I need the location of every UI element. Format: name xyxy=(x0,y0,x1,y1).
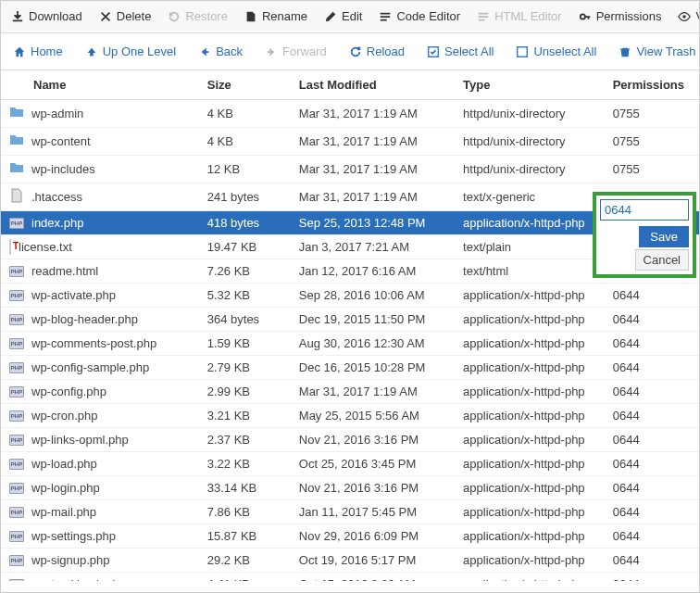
header-name[interactable]: Name xyxy=(0,70,198,100)
file-name: wp-admin xyxy=(31,107,83,120)
download-button[interactable]: Download xyxy=(4,6,90,27)
file-permissions: 0644 xyxy=(604,573,700,582)
file-name: wp-settings.php xyxy=(31,529,116,543)
file-name: wp-activate.php xyxy=(31,288,116,302)
file-type: application/x-httpd-php xyxy=(454,476,604,500)
table-row[interactable]: PHPwp-signup.php29.2 KBOct 19, 2016 5:17… xyxy=(0,549,700,573)
unselect-all-button[interactable]: Unselect All xyxy=(506,41,606,62)
php-icon: PHP xyxy=(9,483,24,494)
php-icon: PHP xyxy=(9,507,24,518)
table-row[interactable]: wp-content4 KBMar 31, 2017 1:19 AMhttpd/… xyxy=(0,128,700,156)
table-row[interactable]: PHPwp-cron.php3.21 KBMay 25, 2015 5:56 A… xyxy=(0,404,700,428)
file-modified: Mar 31, 2017 1:19 AM xyxy=(290,380,454,404)
home-button[interactable]: Home xyxy=(4,41,72,62)
file-size: 2.79 KB xyxy=(198,356,290,380)
reload-icon xyxy=(349,45,362,58)
table-row[interactable]: PHPwp-login.php33.14 KBNov 21, 2016 3:16… xyxy=(0,476,700,500)
file-type: application/x-httpd-php xyxy=(454,500,604,524)
file-size: 364 bytes xyxy=(198,308,290,332)
cancel-button[interactable]: Cancel xyxy=(635,249,689,271)
file-table-container[interactable]: Name Size Last Modified Type Permissions… xyxy=(0,70,700,581)
file-size: 2.37 KB xyxy=(198,428,290,452)
delete-button[interactable]: Delete xyxy=(92,6,159,27)
view-button-partial[interactable]: V xyxy=(670,6,700,27)
file-type: application/x-httpd-php xyxy=(454,452,604,476)
up-one-level-button[interactable]: Up One Level xyxy=(76,41,186,62)
file-permissions: 0755 xyxy=(604,128,700,156)
file-type: httpd/unix-directory xyxy=(454,156,604,183)
unselect-all-icon xyxy=(516,45,529,58)
table-row[interactable]: PHPwp-load.php3.22 KBOct 25, 2016 3:45 P… xyxy=(0,452,700,476)
file-permissions: 0644 xyxy=(604,380,700,404)
table-row[interactable]: wp-admin4 KBMar 31, 2017 1:19 AMhttpd/un… xyxy=(0,100,700,128)
file-modified: Aug 30, 2016 12:30 AM xyxy=(290,332,454,356)
file-name: .htaccess xyxy=(31,190,82,204)
header-size[interactable]: Size xyxy=(198,70,290,100)
file-size: 1.59 KB xyxy=(198,332,290,356)
file-modified: Nov 21, 2016 3:16 PM xyxy=(290,428,454,452)
permissions-input[interactable] xyxy=(600,199,689,221)
file-name: wp-links-opml.php xyxy=(31,433,129,447)
php-icon: PHP xyxy=(9,555,24,566)
rename-icon xyxy=(244,10,257,23)
php-icon: PHP xyxy=(9,410,24,422)
save-button[interactable]: Save xyxy=(639,226,689,247)
file-type: application/x-httpd-php xyxy=(454,573,604,582)
folder-icon xyxy=(9,105,24,122)
file-size: 29.2 KB xyxy=(198,549,290,573)
toolbar: Download Delete Restore Rename Edit Code… xyxy=(0,0,700,33)
restore-button: Restore xyxy=(160,6,235,27)
file-modified: Dec 16, 2015 10:28 PM xyxy=(290,356,454,380)
header-modified[interactable]: Last Modified xyxy=(290,70,454,100)
edit-icon xyxy=(324,10,337,23)
file-type: text/html xyxy=(454,259,604,284)
file-size: 4 KB xyxy=(198,128,290,156)
file-name: wp-includes xyxy=(31,162,95,176)
file-type: application/x-httpd-php xyxy=(454,404,604,428)
file-size: 4.41 KB xyxy=(198,573,290,582)
file-type: httpd/unix-directory xyxy=(454,100,604,128)
rename-button[interactable]: Rename xyxy=(237,6,315,27)
edit-button[interactable]: Edit xyxy=(317,6,369,27)
file-permissions: 0755 xyxy=(604,156,700,183)
table-row[interactable]: PHPwp-comments-post.php1.59 KBAug 30, 20… xyxy=(0,332,700,356)
table-row[interactable]: PHPwp-config.php2.99 KBMar 31, 2017 1:19… xyxy=(0,380,700,404)
file-size: 7.86 KB xyxy=(198,500,290,524)
file-modified: Sep 25, 2013 12:48 PM xyxy=(290,211,454,235)
table-row[interactable]: PHPwp-trackback.php4.41 KBOct 15, 2016 8… xyxy=(0,573,700,582)
file-type: text/x-generic xyxy=(454,183,604,211)
file-size: 12 KB xyxy=(198,156,290,183)
svg-rect-3 xyxy=(518,46,528,57)
code-editor-button[interactable]: Code Editor xyxy=(371,6,468,27)
php-icon: PHP xyxy=(9,218,24,229)
table-row[interactable]: PHPwp-blog-header.php364 bytesDec 19, 20… xyxy=(0,308,700,332)
view-trash-button[interactable]: View Trash xyxy=(609,41,700,62)
permissions-button[interactable]: Permissions xyxy=(571,6,669,27)
file-permissions: 0644 xyxy=(604,524,700,549)
table-row[interactable]: PHPwp-settings.php15.87 KBNov 29, 2016 6… xyxy=(0,524,700,549)
up-icon xyxy=(85,45,98,58)
code-editor-icon xyxy=(379,10,392,23)
folder-icon xyxy=(9,132,24,150)
delete-icon xyxy=(99,10,112,23)
table-row[interactable]: PHPwp-config-sample.php2.79 KBDec 16, 20… xyxy=(0,356,700,380)
php-icon: PHP xyxy=(9,314,24,325)
header-type[interactable]: Type xyxy=(454,70,604,100)
file-modified: Sep 28, 2016 10:06 AM xyxy=(290,284,454,308)
file-name: wp-load.php xyxy=(31,457,97,471)
file-modified: May 25, 2015 5:56 AM xyxy=(290,404,454,428)
file-size: 2.99 KB xyxy=(198,380,290,404)
php-icon: PHP xyxy=(9,338,24,349)
reload-button[interactable]: Reload xyxy=(340,41,414,62)
table-row[interactable]: PHPwp-activate.php5.32 KBSep 28, 2016 10… xyxy=(0,284,700,308)
table-row[interactable]: wp-includes12 KBMar 31, 2017 1:19 AMhttp… xyxy=(0,156,700,183)
table-row[interactable]: PHPwp-mail.php7.86 KBJan 11, 2017 5:45 P… xyxy=(0,500,700,524)
file-name: wp-blog-header.php xyxy=(31,312,138,326)
select-all-button[interactable]: Select All xyxy=(418,41,503,62)
table-row[interactable]: PHPwp-links-opml.php2.37 KBNov 21, 2016 … xyxy=(0,428,700,452)
file-modified: Nov 29, 2016 6:09 PM xyxy=(290,524,454,549)
file-size: 3.22 KB xyxy=(198,452,290,476)
header-permissions[interactable]: Permissions xyxy=(604,70,700,100)
back-button[interactable]: Back xyxy=(189,41,252,62)
file-permissions: 0644 xyxy=(604,404,700,428)
